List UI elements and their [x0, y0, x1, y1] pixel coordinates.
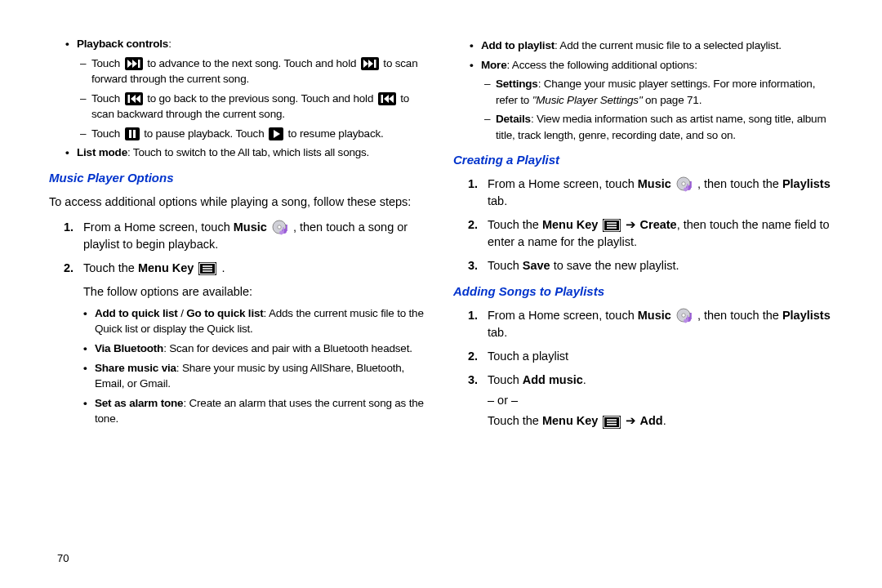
music-icon	[272, 220, 288, 236]
next-icon	[125, 57, 143, 70]
cp-step-1: From a Home screen, touch Music , then t…	[468, 176, 833, 210]
playback-controls-label: Playback controls	[77, 38, 168, 50]
list-mode-bullet: List mode: Touch to switch to the All ta…	[65, 145, 429, 161]
playback-prev-row: Touch to go back to the previous song. T…	[80, 91, 429, 122]
as-step-2: Touch a playlist	[468, 348, 833, 365]
opt-bluetooth: Via Bluetooth: Scan for devices and pair…	[83, 341, 429, 357]
options-available-intro: The follow options are available:	[83, 283, 429, 301]
menu-key-icon	[198, 262, 216, 275]
playback-controls-bullet: Playback controls:	[65, 36, 429, 52]
or-separator: – or –	[488, 392, 833, 409]
adding-steps: From a Home screen, touch Music , then t…	[468, 307, 833, 430]
play-icon	[269, 127, 283, 140]
options-intro: To access additional options while playi…	[49, 194, 429, 211]
playback-pause-row: Touch to pause playback. Touch to resume…	[80, 126, 429, 142]
heading-creating-playlist: Creating a Playlist	[453, 151, 833, 169]
menu-key-icon	[603, 219, 621, 232]
heading-adding-songs: Adding Songs to Playlists	[453, 283, 833, 301]
page-number: 70	[57, 551, 69, 567]
as-step-1: From a Home screen, touch Music , then t…	[468, 307, 833, 341]
opt-alarm: Set as alarm tone: Create an alarm that …	[83, 395, 429, 427]
pause-icon	[125, 127, 140, 140]
creating-steps: From a Home screen, touch Music , then t…	[468, 176, 833, 274]
heading-music-player-options: Music Player Options	[49, 169, 429, 187]
opt-details: Details: View media information such as …	[484, 111, 833, 143]
right-column: Add to playlist: Add the current music f…	[453, 33, 833, 436]
opt-share: Share music via: Share your music by usi…	[83, 360, 429, 392]
opt-settings: Settings: Change your music player setti…	[484, 76, 833, 108]
as-step-3: Touch Add music. – or – Touch the Menu K…	[468, 372, 833, 430]
step-2: Touch the Menu Key .	[64, 260, 429, 277]
next-icon	[361, 57, 379, 70]
step-1: From a Home screen, touch Music , then t…	[64, 219, 429, 253]
opt-more: More: Access the following additional op…	[470, 57, 833, 74]
cp-step-3: Touch Save to save the new playlist.	[468, 257, 833, 274]
menu-key-icon	[603, 416, 621, 429]
playback-next-row: Touch to advance to the next song. Touch…	[80, 56, 429, 87]
prev-icon	[378, 92, 396, 105]
cp-step-2: Touch the Menu Key ➔ Create, then touch …	[468, 216, 833, 251]
music-icon	[676, 308, 693, 324]
left-column: Playback controls: Touch to advance to t…	[49, 33, 429, 436]
options-steps: From a Home screen, touch Music , then t…	[64, 219, 429, 277]
opt-quicklist: Add to quick list / Go to quick list: Ad…	[83, 305, 429, 337]
page-columns: Playback controls: Touch to advance to t…	[49, 33, 833, 436]
music-icon	[676, 176, 693, 193]
prev-icon	[125, 92, 143, 105]
opt-add-to-playlist: Add to playlist: Add the current music f…	[470, 38, 833, 54]
